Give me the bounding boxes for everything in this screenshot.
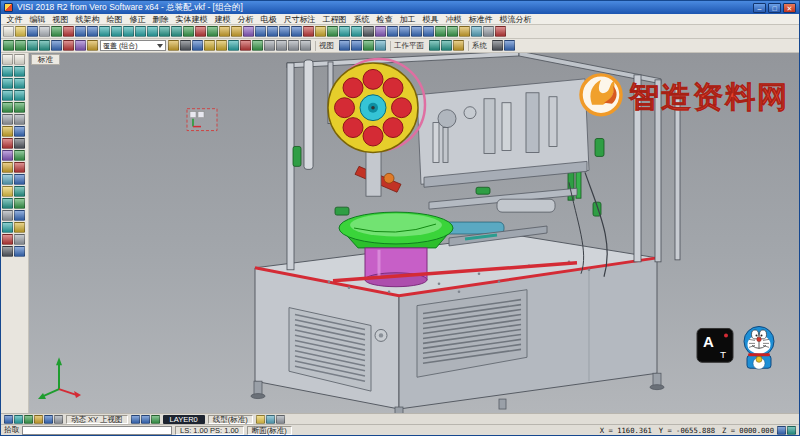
- boolean-subtract-icon[interactable]: [63, 40, 74, 51]
- view-mode-field[interactable]: 动态 XY 上视图: [66, 415, 128, 424]
- save-icon[interactable]: [27, 26, 38, 37]
- system-options-icon[interactable]: [492, 40, 503, 51]
- close-button[interactable]: ✕: [783, 3, 796, 13]
- spline-icon[interactable]: [171, 26, 182, 37]
- stats-status-icon[interactable]: [276, 415, 285, 424]
- sweep-icon[interactable]: [27, 40, 38, 51]
- note-icon[interactable]: [14, 222, 25, 233]
- snap-quadrant-icon[interactable]: [14, 78, 25, 89]
- zoom-window-icon[interactable]: [447, 26, 458, 37]
- sew-icon[interactable]: [228, 40, 239, 51]
- print-preview-icon[interactable]: [14, 234, 25, 245]
- group-icon[interactable]: [327, 26, 338, 37]
- wireframe-mode-icon[interactable]: [483, 26, 494, 37]
- split-icon[interactable]: [240, 40, 251, 51]
- menu-item[interactable]: 文件: [3, 14, 26, 25]
- import-icon[interactable]: [51, 26, 62, 37]
- boolean-union-icon[interactable]: [51, 40, 62, 51]
- viewport[interactable]: 标准: [29, 53, 799, 413]
- redline-icon[interactable]: [2, 234, 13, 245]
- zoom-fit-icon[interactable]: [435, 26, 446, 37]
- insert-block-icon[interactable]: [14, 210, 25, 221]
- next-view-icon[interactable]: [141, 415, 150, 424]
- loft-icon[interactable]: [39, 40, 50, 51]
- view-right-icon[interactable]: [423, 26, 434, 37]
- snap-end-icon[interactable]: [2, 66, 13, 77]
- render-mode-icon[interactable]: [495, 26, 506, 37]
- scene-canvas[interactable]: 智造资料网 A T: [29, 53, 799, 413]
- menu-item[interactable]: 绘图: [103, 14, 126, 25]
- edge-chamfer-icon[interactable]: [216, 40, 227, 51]
- track-status-icon[interactable]: [54, 415, 63, 424]
- options-icon[interactable]: [2, 246, 13, 257]
- minimize-button[interactable]: –: [753, 3, 766, 13]
- pan-icon[interactable]: [459, 26, 470, 37]
- offset-icon[interactable]: [183, 26, 194, 37]
- menu-item[interactable]: 模流分析: [496, 14, 535, 25]
- layers-panel-icon[interactable]: [2, 126, 13, 137]
- menu-item[interactable]: 分析: [234, 14, 257, 25]
- new-file-icon[interactable]: [3, 26, 14, 37]
- line-icon[interactable]: [111, 26, 122, 37]
- menu-item[interactable]: 检查: [373, 14, 396, 25]
- primitive-block-icon[interactable]: [264, 40, 275, 51]
- view-front-icon[interactable]: [411, 26, 422, 37]
- thicken-icon[interactable]: [252, 40, 263, 51]
- light-status-icon[interactable]: [256, 415, 265, 424]
- block-tool-icon[interactable]: [2, 210, 13, 221]
- osnap-status-icon[interactable]: [44, 415, 53, 424]
- colors-icon[interactable]: [2, 138, 13, 149]
- prev-view-icon[interactable]: [131, 415, 140, 424]
- menu-item[interactable]: 视图: [49, 14, 72, 25]
- light-icon[interactable]: [2, 186, 13, 197]
- menu-item[interactable]: 修正: [126, 14, 149, 25]
- pattern-icon[interactable]: [192, 40, 203, 51]
- grid-status-icon[interactable]: [14, 415, 23, 424]
- draft-icon[interactable]: [168, 40, 179, 51]
- arc-icon[interactable]: [123, 26, 134, 37]
- workplane-align-icon[interactable]: [441, 40, 452, 51]
- menu-item[interactable]: 系统: [350, 14, 373, 25]
- section-field[interactable]: 断面(标准): [247, 426, 292, 435]
- boolean-intersect-icon[interactable]: [75, 40, 86, 51]
- active-layer-field[interactable]: LAYER0: [163, 415, 205, 424]
- hole-icon[interactable]: [180, 40, 191, 51]
- primitive-sphere-icon[interactable]: [288, 40, 299, 51]
- view-iso-icon[interactable]: [387, 26, 398, 37]
- help-icon[interactable]: [14, 246, 25, 257]
- grid-toggle-icon[interactable]: [2, 114, 13, 125]
- texture-icon[interactable]: [2, 198, 13, 209]
- shell-icon[interactable]: [87, 40, 98, 51]
- print-icon[interactable]: [39, 26, 50, 37]
- snap-center-icon[interactable]: [2, 78, 13, 89]
- ortho-toggle-icon[interactable]: [14, 114, 25, 125]
- select-window-icon[interactable]: [14, 54, 25, 65]
- wcs-icon[interactable]: [2, 102, 13, 113]
- scale-icon[interactable]: [291, 26, 302, 37]
- view-zoom-icon[interactable]: [363, 40, 374, 51]
- snap-tangent-icon[interactable]: [14, 90, 25, 101]
- menu-item[interactable]: 模具: [419, 14, 442, 25]
- edge-fillet-icon[interactable]: [204, 40, 215, 51]
- menu-item[interactable]: 加工: [396, 14, 419, 25]
- polar-status-icon[interactable]: [34, 415, 43, 424]
- menu-item[interactable]: 编辑: [26, 14, 49, 25]
- undo-icon[interactable]: [75, 26, 86, 37]
- ucs-icon[interactable]: [14, 102, 25, 113]
- material-icon[interactable]: [14, 186, 25, 197]
- rectangle-icon[interactable]: [147, 26, 158, 37]
- section-view-icon[interactable]: [14, 162, 25, 173]
- menu-item[interactable]: 标准件: [465, 14, 496, 25]
- refresh-view-icon[interactable]: [151, 415, 160, 424]
- extrude-icon[interactable]: [3, 40, 14, 51]
- menu-item[interactable]: 线架构: [72, 14, 103, 25]
- monitor-status-icon[interactable]: [787, 426, 796, 435]
- line-style-field[interactable]: 线型(标准): [208, 415, 253, 424]
- linetype-icon[interactable]: [14, 138, 25, 149]
- select-icon[interactable]: [2, 54, 13, 65]
- standard-tab[interactable]: 标准: [31, 54, 60, 65]
- view-top-icon[interactable]: [399, 26, 410, 37]
- export-icon[interactable]: [63, 26, 74, 37]
- clip-plane-icon[interactable]: [2, 174, 13, 185]
- primitive-cylinder-icon[interactable]: [276, 40, 287, 51]
